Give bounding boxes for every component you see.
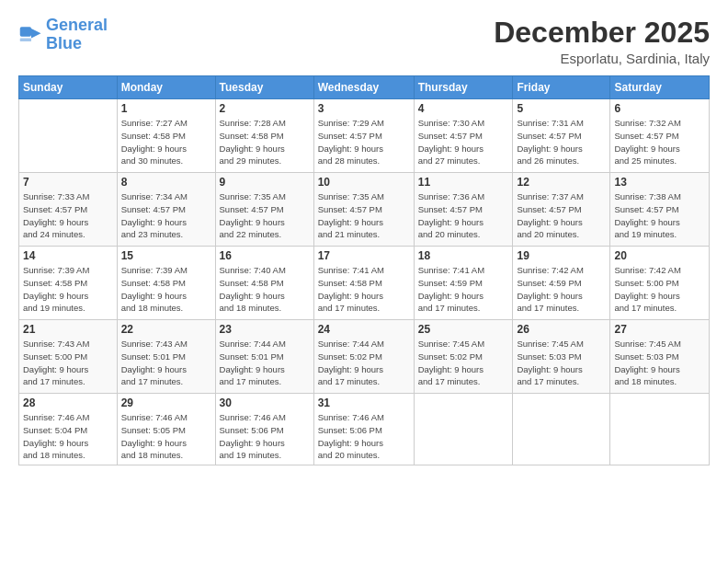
day-info: Sunrise: 7:38 AMSunset: 4:57 PMDaylight:…: [614, 190, 705, 241]
day-info: Sunrise: 7:45 AMSunset: 5:02 PMDaylight:…: [418, 338, 509, 388]
calendar-cell: [513, 394, 610, 465]
day-number: 24: [318, 323, 410, 336]
calendar-cell: 4Sunrise: 7:30 AMSunset: 4:57 PMDaylight…: [414, 99, 513, 173]
calendar-cell: 29Sunrise: 7:46 AMSunset: 5:05 PMDayligh…: [117, 394, 215, 465]
calendar-cell: 21Sunrise: 7:43 AMSunset: 5:00 PMDayligh…: [19, 320, 118, 394]
day-info: Sunrise: 7:36 AMSunset: 4:57 PMDaylight:…: [418, 190, 509, 241]
logo-icon: [18, 22, 44, 48]
day-info: Sunrise: 7:46 AMSunset: 5:04 PMDaylight:…: [23, 411, 113, 462]
calendar-cell: 10Sunrise: 7:35 AMSunset: 4:57 PMDayligh…: [313, 173, 414, 247]
day-info: Sunrise: 7:39 AMSunset: 4:58 PMDaylight:…: [23, 264, 113, 315]
calendar-cell: 26Sunrise: 7:45 AMSunset: 5:03 PMDayligh…: [513, 320, 610, 394]
day-number: 18: [418, 249, 509, 262]
day-number: 22: [121, 323, 211, 336]
day-info: Sunrise: 7:27 AMSunset: 4:58 PMDaylight:…: [121, 117, 211, 167]
svg-rect-2: [20, 38, 31, 41]
day-info: Sunrise: 7:43 AMSunset: 5:01 PMDaylight:…: [121, 338, 211, 388]
weekday-header-tuesday: Tuesday: [215, 76, 313, 99]
day-info: Sunrise: 7:42 AMSunset: 4:59 PMDaylight:…: [517, 264, 606, 315]
day-number: 3: [318, 102, 410, 115]
calendar-cell: 7Sunrise: 7:33 AMSunset: 4:57 PMDaylight…: [19, 173, 118, 247]
day-info: Sunrise: 7:46 AMSunset: 5:06 PMDaylight:…: [220, 411, 310, 462]
calendar-cell: 16Sunrise: 7:40 AMSunset: 4:58 PMDayligh…: [215, 247, 313, 320]
day-info: Sunrise: 7:45 AMSunset: 5:03 PMDaylight:…: [614, 338, 705, 388]
calendar-cell: 13Sunrise: 7:38 AMSunset: 4:57 PMDayligh…: [610, 173, 710, 247]
logo: General Blue: [18, 17, 108, 53]
day-number: 29: [121, 396, 211, 409]
day-number: 8: [121, 176, 211, 189]
day-number: 16: [220, 249, 310, 262]
calendar-cell: 17Sunrise: 7:41 AMSunset: 4:58 PMDayligh…: [313, 247, 414, 320]
day-info: Sunrise: 7:29 AMSunset: 4:57 PMDaylight:…: [318, 117, 410, 167]
location-subtitle: Esporlatu, Sardinia, Italy: [494, 51, 710, 66]
day-info: Sunrise: 7:32 AMSunset: 4:57 PMDaylight:…: [614, 117, 705, 167]
day-number: 13: [614, 176, 705, 189]
calendar-cell: 5Sunrise: 7:31 AMSunset: 4:57 PMDaylight…: [513, 99, 610, 173]
logo-name-blue: Blue: [46, 34, 82, 52]
day-number: 25: [418, 323, 509, 336]
day-number: 20: [614, 249, 705, 262]
day-info: Sunrise: 7:28 AMSunset: 4:58 PMDaylight:…: [220, 117, 310, 167]
calendar-cell: 18Sunrise: 7:41 AMSunset: 4:59 PMDayligh…: [414, 247, 513, 320]
calendar-cell: 2Sunrise: 7:28 AMSunset: 4:58 PMDaylight…: [215, 99, 313, 173]
day-number: 31: [318, 396, 410, 409]
day-info: Sunrise: 7:46 AMSunset: 5:05 PMDaylight:…: [121, 411, 211, 462]
day-number: 15: [121, 249, 211, 262]
day-info: Sunrise: 7:43 AMSunset: 5:00 PMDaylight:…: [23, 338, 113, 388]
title-block: December 2025 Esporlatu, Sardinia, Italy: [494, 17, 710, 66]
calendar-table: SundayMondayTuesdayWednesdayThursdayFrid…: [18, 75, 710, 465]
logo-name-general: General: [46, 16, 108, 34]
calendar-cell: 31Sunrise: 7:46 AMSunset: 5:06 PMDayligh…: [313, 394, 414, 465]
day-number: 28: [23, 396, 113, 409]
day-info: Sunrise: 7:37 AMSunset: 4:57 PMDaylight:…: [517, 190, 606, 241]
day-number: 17: [318, 249, 410, 262]
day-info: Sunrise: 7:46 AMSunset: 5:06 PMDaylight:…: [318, 411, 410, 462]
calendar-cell: 24Sunrise: 7:44 AMSunset: 5:02 PMDayligh…: [313, 320, 414, 394]
calendar-cell: 6Sunrise: 7:32 AMSunset: 4:57 PMDaylight…: [610, 99, 710, 173]
day-number: 1: [121, 102, 211, 115]
day-number: 5: [517, 102, 606, 115]
day-info: Sunrise: 7:42 AMSunset: 5:00 PMDaylight:…: [614, 264, 705, 315]
calendar-cell: 28Sunrise: 7:46 AMSunset: 5:04 PMDayligh…: [19, 394, 118, 465]
calendar-cell: 23Sunrise: 7:44 AMSunset: 5:01 PMDayligh…: [215, 320, 313, 394]
calendar-cell: 9Sunrise: 7:35 AMSunset: 4:57 PMDaylight…: [215, 173, 313, 247]
weekday-header-thursday: Thursday: [414, 76, 513, 99]
calendar-cell: 3Sunrise: 7:29 AMSunset: 4:57 PMDaylight…: [313, 99, 414, 173]
day-info: Sunrise: 7:35 AMSunset: 4:57 PMDaylight:…: [318, 190, 410, 241]
weekday-header-monday: Monday: [117, 76, 215, 99]
calendar-cell: 8Sunrise: 7:34 AMSunset: 4:57 PMDaylight…: [117, 173, 215, 247]
calendar-cell: 22Sunrise: 7:43 AMSunset: 5:01 PMDayligh…: [117, 320, 215, 394]
day-number: 9: [220, 176, 310, 189]
calendar-cell: 20Sunrise: 7:42 AMSunset: 5:00 PMDayligh…: [610, 247, 710, 320]
calendar-cell: 30Sunrise: 7:46 AMSunset: 5:06 PMDayligh…: [215, 394, 313, 465]
day-number: 30: [220, 396, 310, 409]
weekday-header-friday: Friday: [513, 76, 610, 99]
calendar-cell: 19Sunrise: 7:42 AMSunset: 4:59 PMDayligh…: [513, 247, 610, 320]
day-number: 27: [614, 323, 705, 336]
day-info: Sunrise: 7:33 AMSunset: 4:57 PMDaylight:…: [23, 190, 113, 241]
calendar-cell: 1Sunrise: 7:27 AMSunset: 4:58 PMDaylight…: [117, 99, 215, 173]
calendar-cell: 14Sunrise: 7:39 AMSunset: 4:58 PMDayligh…: [19, 247, 118, 320]
calendar-cell: 15Sunrise: 7:39 AMSunset: 4:58 PMDayligh…: [117, 247, 215, 320]
calendar-cell: [610, 394, 710, 465]
day-info: Sunrise: 7:44 AMSunset: 5:01 PMDaylight:…: [220, 338, 310, 388]
day-info: Sunrise: 7:39 AMSunset: 4:58 PMDaylight:…: [121, 264, 211, 315]
day-info: Sunrise: 7:40 AMSunset: 4:58 PMDaylight:…: [220, 264, 310, 315]
day-number: 2: [220, 102, 310, 115]
svg-rect-0: [20, 27, 31, 37]
day-info: Sunrise: 7:41 AMSunset: 4:58 PMDaylight:…: [318, 264, 410, 315]
day-number: 6: [614, 102, 705, 115]
day-number: 14: [23, 249, 113, 262]
day-number: 4: [418, 102, 509, 115]
svg-marker-1: [31, 29, 41, 39]
day-info: Sunrise: 7:34 AMSunset: 4:57 PMDaylight:…: [121, 190, 211, 241]
calendar-cell: [19, 99, 118, 173]
day-info: Sunrise: 7:31 AMSunset: 4:57 PMDaylight:…: [517, 117, 606, 167]
weekday-header-sunday: Sunday: [19, 76, 118, 99]
calendar-cell: 12Sunrise: 7:37 AMSunset: 4:57 PMDayligh…: [513, 173, 610, 247]
day-info: Sunrise: 7:35 AMSunset: 4:57 PMDaylight:…: [220, 190, 310, 241]
day-number: 21: [23, 323, 113, 336]
day-info: Sunrise: 7:41 AMSunset: 4:59 PMDaylight:…: [418, 264, 509, 315]
calendar-cell: 25Sunrise: 7:45 AMSunset: 5:02 PMDayligh…: [414, 320, 513, 394]
day-number: 19: [517, 249, 606, 262]
